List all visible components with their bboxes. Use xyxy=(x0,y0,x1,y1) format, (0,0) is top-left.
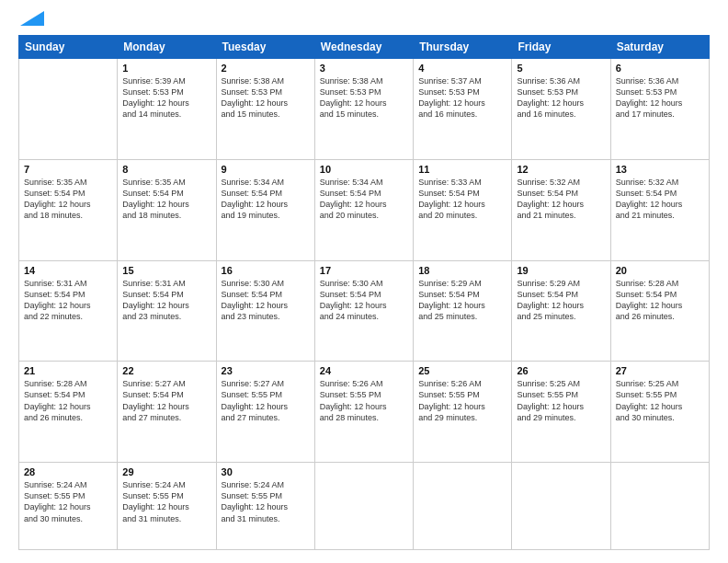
svg-marker-0 xyxy=(20,11,44,26)
calendar-row-1: 7Sunrise: 5:35 AM Sunset: 5:54 PM Daylig… xyxy=(19,159,710,260)
calendar-cell: 21Sunrise: 5:28 AM Sunset: 5:54 PM Dayli… xyxy=(19,362,118,463)
cell-details: Sunrise: 5:31 AM Sunset: 5:54 PM Dayligh… xyxy=(24,278,112,323)
day-number: 2 xyxy=(222,63,310,74)
day-number: 9 xyxy=(222,164,310,175)
calendar-cell xyxy=(414,463,512,550)
day-number: 6 xyxy=(616,63,704,74)
cell-details: Sunrise: 5:28 AM Sunset: 5:54 PM Dayligh… xyxy=(616,278,704,323)
day-number: 8 xyxy=(122,164,210,175)
day-number: 4 xyxy=(418,63,506,74)
cell-details: Sunrise: 5:27 AM Sunset: 5:54 PM Dayligh… xyxy=(122,378,210,423)
day-number: 20 xyxy=(616,265,704,276)
calendar-row-2: 14Sunrise: 5:31 AM Sunset: 5:54 PM Dayli… xyxy=(19,260,710,362)
calendar-cell xyxy=(314,463,413,550)
cell-details: Sunrise: 5:37 AM Sunset: 5:53 PM Dayligh… xyxy=(418,75,506,121)
day-number: 15 xyxy=(122,265,210,276)
calendar-cell: 11Sunrise: 5:33 AM Sunset: 5:54 PM Dayli… xyxy=(414,159,512,260)
calendar-cell: 9Sunrise: 5:34 AM Sunset: 5:54 PM Daylig… xyxy=(216,159,314,260)
cell-details: Sunrise: 5:25 AM Sunset: 5:55 PM Dayligh… xyxy=(517,378,605,423)
calendar-cell: 15Sunrise: 5:31 AM Sunset: 5:54 PM Dayli… xyxy=(118,260,216,362)
day-number: 26 xyxy=(517,365,605,376)
day-number: 22 xyxy=(122,365,210,376)
calendar-cell xyxy=(512,463,610,550)
day-number: 11 xyxy=(418,164,506,175)
cell-details: Sunrise: 5:38 AM Sunset: 5:53 PM Dayligh… xyxy=(320,75,408,121)
calendar-cell: 26Sunrise: 5:25 AM Sunset: 5:55 PM Dayli… xyxy=(512,362,610,463)
day-number: 13 xyxy=(616,164,704,175)
day-number: 19 xyxy=(517,265,605,276)
day-number: 3 xyxy=(320,63,408,74)
logo-icon xyxy=(20,11,44,26)
day-number: 16 xyxy=(222,265,310,276)
day-number: 28 xyxy=(24,466,112,477)
calendar-cell: 4Sunrise: 5:37 AM Sunset: 5:53 PM Daylig… xyxy=(414,59,512,160)
day-number: 21 xyxy=(24,365,112,376)
day-number: 14 xyxy=(24,265,112,276)
calendar-cell: 22Sunrise: 5:27 AM Sunset: 5:54 PM Dayli… xyxy=(118,362,216,463)
weekday-header-saturday: Saturday xyxy=(610,36,709,59)
cell-details: Sunrise: 5:28 AM Sunset: 5:54 PM Dayligh… xyxy=(24,378,112,423)
weekday-header-monday: Monday xyxy=(118,36,216,59)
day-number: 17 xyxy=(320,265,408,276)
calendar-cell: 13Sunrise: 5:32 AM Sunset: 5:54 PM Dayli… xyxy=(610,159,709,260)
day-number: 1 xyxy=(122,63,210,74)
cell-details: Sunrise: 5:26 AM Sunset: 5:55 PM Dayligh… xyxy=(418,378,506,423)
calendar-row-3: 21Sunrise: 5:28 AM Sunset: 5:54 PM Dayli… xyxy=(19,362,710,463)
calendar-cell: 14Sunrise: 5:31 AM Sunset: 5:54 PM Dayli… xyxy=(19,260,118,362)
calendar-cell: 25Sunrise: 5:26 AM Sunset: 5:55 PM Dayli… xyxy=(414,362,512,463)
weekday-header-friday: Friday xyxy=(512,36,610,59)
cell-details: Sunrise: 5:36 AM Sunset: 5:53 PM Dayligh… xyxy=(517,75,605,121)
calendar-cell xyxy=(610,463,709,550)
calendar-cell: 23Sunrise: 5:27 AM Sunset: 5:55 PM Dayli… xyxy=(216,362,314,463)
calendar-cell: 24Sunrise: 5:26 AM Sunset: 5:55 PM Dayli… xyxy=(314,362,413,463)
cell-details: Sunrise: 5:34 AM Sunset: 5:54 PM Dayligh… xyxy=(222,177,310,222)
calendar-cell: 5Sunrise: 5:36 AM Sunset: 5:53 PM Daylig… xyxy=(512,59,610,160)
cell-details: Sunrise: 5:35 AM Sunset: 5:54 PM Dayligh… xyxy=(122,177,210,222)
calendar-cell: 8Sunrise: 5:35 AM Sunset: 5:54 PM Daylig… xyxy=(118,159,216,260)
calendar-row-0: 1Sunrise: 5:39 AM Sunset: 5:53 PM Daylig… xyxy=(19,59,710,160)
calendar-cell xyxy=(19,59,118,160)
page: SundayMondayTuesdayWednesdayThursdayFrid… xyxy=(0,0,728,563)
weekday-header-row: SundayMondayTuesdayWednesdayThursdayFrid… xyxy=(19,36,710,59)
cell-details: Sunrise: 5:30 AM Sunset: 5:54 PM Dayligh… xyxy=(222,278,310,323)
calendar-cell: 3Sunrise: 5:38 AM Sunset: 5:53 PM Daylig… xyxy=(314,59,413,160)
cell-details: Sunrise: 5:25 AM Sunset: 5:55 PM Dayligh… xyxy=(616,378,704,423)
day-number: 23 xyxy=(222,365,310,376)
cell-details: Sunrise: 5:30 AM Sunset: 5:54 PM Dayligh… xyxy=(320,278,408,323)
calendar-cell: 18Sunrise: 5:29 AM Sunset: 5:54 PM Dayli… xyxy=(414,260,512,362)
calendar-cell: 20Sunrise: 5:28 AM Sunset: 5:54 PM Dayli… xyxy=(610,260,709,362)
day-number: 30 xyxy=(222,466,310,477)
weekday-header-sunday: Sunday xyxy=(19,36,118,59)
cell-details: Sunrise: 5:31 AM Sunset: 5:54 PM Dayligh… xyxy=(122,278,210,323)
day-number: 12 xyxy=(517,164,605,175)
calendar-cell: 12Sunrise: 5:32 AM Sunset: 5:54 PM Dayli… xyxy=(512,159,610,260)
cell-details: Sunrise: 5:34 AM Sunset: 5:54 PM Dayligh… xyxy=(320,177,408,222)
weekday-header-tuesday: Tuesday xyxy=(216,36,314,59)
day-number: 25 xyxy=(418,365,506,376)
calendar-cell: 28Sunrise: 5:24 AM Sunset: 5:55 PM Dayli… xyxy=(19,463,118,550)
calendar-cell: 29Sunrise: 5:24 AM Sunset: 5:55 PM Dayli… xyxy=(118,463,216,550)
cell-details: Sunrise: 5:33 AM Sunset: 5:54 PM Dayligh… xyxy=(418,177,506,222)
cell-details: Sunrise: 5:39 AM Sunset: 5:53 PM Dayligh… xyxy=(122,75,210,121)
cell-details: Sunrise: 5:38 AM Sunset: 5:53 PM Dayligh… xyxy=(222,75,310,121)
day-number: 27 xyxy=(616,365,704,376)
cell-details: Sunrise: 5:26 AM Sunset: 5:55 PM Dayligh… xyxy=(320,378,408,423)
calendar-table: SundayMondayTuesdayWednesdayThursdayFrid… xyxy=(18,35,710,550)
logo xyxy=(18,17,44,26)
cell-details: Sunrise: 5:32 AM Sunset: 5:54 PM Dayligh… xyxy=(616,177,704,222)
calendar-cell: 2Sunrise: 5:38 AM Sunset: 5:53 PM Daylig… xyxy=(216,59,314,160)
calendar-cell: 27Sunrise: 5:25 AM Sunset: 5:55 PM Dayli… xyxy=(610,362,709,463)
calendar-cell: 6Sunrise: 5:36 AM Sunset: 5:53 PM Daylig… xyxy=(610,59,709,160)
header xyxy=(18,17,710,26)
calendar-cell: 19Sunrise: 5:29 AM Sunset: 5:54 PM Dayli… xyxy=(512,260,610,362)
cell-details: Sunrise: 5:24 AM Sunset: 5:55 PM Dayligh… xyxy=(222,479,310,524)
calendar-cell: 10Sunrise: 5:34 AM Sunset: 5:54 PM Dayli… xyxy=(314,159,413,260)
cell-details: Sunrise: 5:24 AM Sunset: 5:55 PM Dayligh… xyxy=(24,479,112,524)
cell-details: Sunrise: 5:24 AM Sunset: 5:55 PM Dayligh… xyxy=(122,479,210,524)
day-number: 10 xyxy=(320,164,408,175)
day-number: 7 xyxy=(24,164,112,175)
cell-details: Sunrise: 5:27 AM Sunset: 5:55 PM Dayligh… xyxy=(222,378,310,423)
calendar-cell: 7Sunrise: 5:35 AM Sunset: 5:54 PM Daylig… xyxy=(19,159,118,260)
cell-details: Sunrise: 5:29 AM Sunset: 5:54 PM Dayligh… xyxy=(418,278,506,323)
day-number: 29 xyxy=(122,466,210,477)
